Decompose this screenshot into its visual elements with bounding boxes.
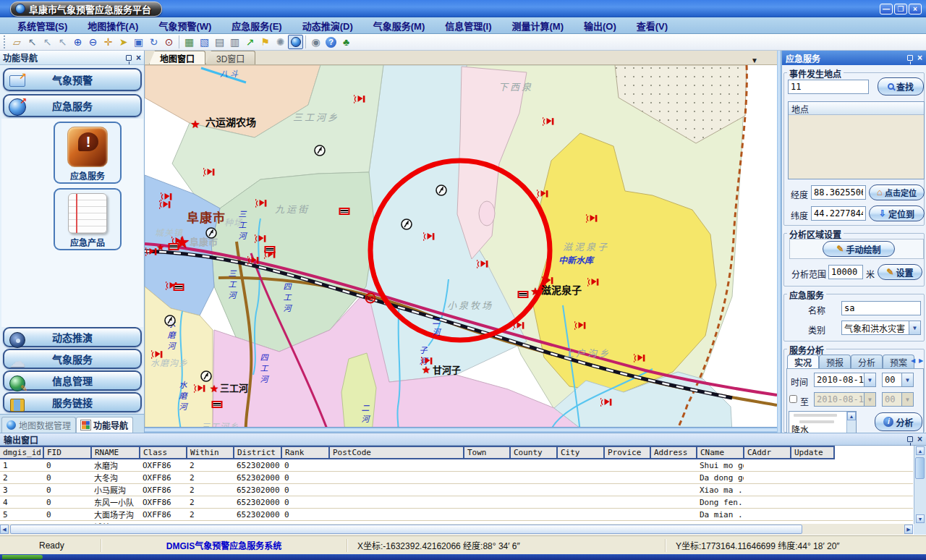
name-input[interactable] xyxy=(841,301,921,315)
column-header[interactable]: Class xyxy=(140,446,187,459)
alarm-speaker-icon[interactable] xyxy=(542,276,553,286)
pointer-icon[interactable]: ➤ xyxy=(116,35,131,49)
spring-symbol-icon[interactable] xyxy=(365,292,376,304)
alarm-speaker-icon[interactable] xyxy=(634,353,645,363)
map-tab[interactable]: 3D窗口 xyxy=(205,51,255,64)
green-arrow-icon[interactable]: ↗ xyxy=(242,35,258,49)
alarm-speaker-icon[interactable] xyxy=(600,397,612,407)
alarm-speaker-icon[interactable] xyxy=(255,234,266,244)
column-header[interactable]: Rank xyxy=(281,446,329,459)
refresh-icon[interactable]: ↻ xyxy=(146,35,161,49)
menu-item[interactable]: 系统管理(S) xyxy=(7,17,77,34)
table-row[interactable]: 40东风一小队OXFF8626523020000Dong fen... xyxy=(0,496,913,509)
settings-gear-icon[interactable]: ✺ xyxy=(273,35,288,49)
accordion-button[interactable]: 服务链接 xyxy=(3,392,142,412)
latitude-input[interactable] xyxy=(811,206,866,221)
station-icon[interactable] xyxy=(164,315,177,327)
search-button[interactable]: 查找 xyxy=(878,77,924,96)
left-panel-tab[interactable]: 功能导航 xyxy=(76,417,133,433)
chevron-down-icon[interactable]: ▼ xyxy=(864,373,875,386)
to-checkbox[interactable] xyxy=(789,395,797,403)
table-row[interactable]: 20大冬沟OXFF8626523020000Da dong gou xyxy=(0,472,913,484)
column-header[interactable]: Within xyxy=(187,446,234,459)
alarm-speaker-icon[interactable] xyxy=(247,255,259,266)
menu-item[interactable]: 应急服务(E) xyxy=(221,17,292,34)
print-icon[interactable]: ▤ xyxy=(212,35,227,49)
table-row[interactable]: 30小马厩沟OXFF8626523020000Xiao ma ... xyxy=(0,484,913,496)
flag-icon[interactable] xyxy=(174,284,184,291)
station-icon[interactable] xyxy=(205,227,218,239)
map-horizontal-scrollbar[interactable] xyxy=(145,427,777,433)
alarm-speaker-icon[interactable] xyxy=(587,277,599,287)
accordion-button[interactable]: 气象预警 xyxy=(3,68,142,91)
shortcut-button[interactable]: 应急服务 xyxy=(54,122,122,184)
alarm-speaker-icon[interactable] xyxy=(543,116,554,127)
analysis-tab[interactable]: 实况 xyxy=(787,355,819,368)
alarm-speaker-icon[interactable] xyxy=(586,213,598,224)
pin-icon[interactable] xyxy=(126,55,132,61)
flag-icon[interactable] xyxy=(212,401,223,408)
alarm-speaker-icon[interactable] xyxy=(203,167,215,177)
analysis-tab[interactable]: 预案 xyxy=(883,355,914,368)
measure-icon[interactable]: ▱ xyxy=(9,35,25,49)
scroll-down-icon[interactable]: ▼ xyxy=(916,514,925,523)
star-icon[interactable]: ★ xyxy=(530,286,540,297)
alarm-speaker-icon[interactable] xyxy=(574,321,586,331)
menu-item[interactable]: 输出(O) xyxy=(574,17,626,34)
pan-hand-icon[interactable]: ✛ xyxy=(101,35,116,49)
column-header[interactable]: Update xyxy=(791,446,834,459)
station-icon[interactable] xyxy=(200,370,213,383)
tree-icon[interactable]: ♣ xyxy=(339,35,354,49)
menu-item[interactable]: 测量计算(M) xyxy=(502,17,574,34)
zoom-scale-icon[interactable]: ⊙ xyxy=(161,35,177,49)
map-canvas[interactable]: 六运湖农场三工河乡下西泉九运街阜康市种场城关镇阜康市滋泥泉子中新水库滋泥泉子小泉… xyxy=(145,65,777,433)
column-header[interactable]: PostCode xyxy=(329,446,464,459)
listbox-scrollbar[interactable]: ▲ xyxy=(846,412,856,433)
chevron-down-icon[interactable]: ▼ xyxy=(901,373,913,386)
range-input[interactable] xyxy=(828,265,863,279)
column-header[interactable]: RNAME xyxy=(91,446,140,459)
longitude-input[interactable] xyxy=(811,185,866,200)
alarm-speaker-icon[interactable] xyxy=(194,383,205,394)
accordion-button[interactable]: 应急服务 xyxy=(3,94,142,117)
accordion-button[interactable]: ☁ 气象服务 xyxy=(3,349,142,369)
map-pin-icon[interactable]: ⚑ xyxy=(258,35,273,49)
pin-icon[interactable] xyxy=(907,436,913,442)
location-list-header[interactable]: 地点 xyxy=(789,102,924,115)
eye-icon[interactable]: ◉ xyxy=(308,35,323,49)
flag-icon[interactable] xyxy=(518,291,529,298)
chevron-down-icon[interactable]: ▼ xyxy=(751,56,758,64)
tab-scroll-right-icon[interactable]: ▶ xyxy=(919,357,923,364)
select-arrow-icon[interactable]: ↖ xyxy=(25,35,40,49)
menu-item[interactable]: 气象预警(W) xyxy=(148,17,221,34)
close-icon[interactable]: × xyxy=(917,54,922,61)
select-poly-icon[interactable]: ↖ xyxy=(55,35,70,49)
accordion-button[interactable]: 信息管理 xyxy=(3,370,142,391)
menu-item[interactable]: 地图操作(A) xyxy=(77,17,148,34)
scroll-up-icon[interactable]: ▲ xyxy=(847,412,856,420)
zoom-out-icon[interactable]: ⊖ xyxy=(85,35,101,49)
layers-icon[interactable]: ▦ xyxy=(182,35,197,49)
menu-item[interactable]: 查看(V) xyxy=(626,17,678,34)
toolbar-grip[interactable] xyxy=(4,35,7,48)
zoom-in-icon[interactable]: ⊕ xyxy=(70,35,85,49)
close-button[interactable]: × xyxy=(909,4,922,14)
flag-icon[interactable] xyxy=(169,243,179,250)
scrollbar-thumb[interactable] xyxy=(10,525,802,534)
menu-item[interactable]: 气象服务(M) xyxy=(363,17,436,34)
select-box-icon[interactable]: ↖ xyxy=(40,35,55,49)
column-header[interactable]: Address xyxy=(650,446,697,459)
minimize-button[interactable]: — xyxy=(880,4,893,14)
date2-select[interactable]: 2010-08-13 ▼ xyxy=(814,392,876,407)
table-horizontal-scrollbar[interactable]: ◀ ▶ xyxy=(0,524,913,535)
column-header[interactable]: CName xyxy=(697,446,744,459)
chevron-down-icon[interactable]: ▼ xyxy=(864,393,875,406)
column-header[interactable]: Town xyxy=(464,446,510,459)
column-header[interactable]: City xyxy=(557,446,604,459)
hour-select[interactable]: 00 ▼ xyxy=(882,373,914,387)
scroll-left-icon[interactable]: ◀ xyxy=(0,525,9,534)
alarm-speaker-icon[interactable] xyxy=(255,198,267,208)
column-header[interactable]: dmgis_id xyxy=(0,446,43,459)
click-locate-button[interactable]: ⌂ 点击定位 xyxy=(869,184,925,200)
table-vertical-scrollbar[interactable]: ▲ ▼ xyxy=(914,446,926,524)
